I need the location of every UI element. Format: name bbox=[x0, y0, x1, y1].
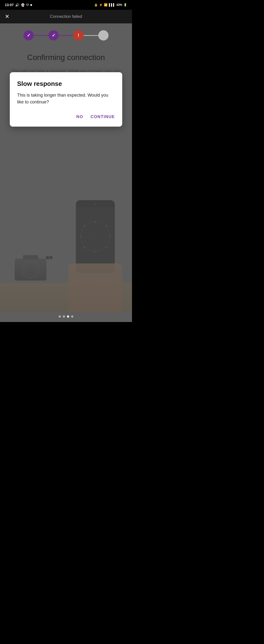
lock-icon: 🔒 bbox=[94, 3, 98, 6]
status-bar: 13:07 🔊 👻 🛡 🔒 ⚡ 📶 ▌▌▌ 43% 🔋 bbox=[0, 0, 132, 10]
header-title: Connection failed bbox=[50, 14, 82, 19]
shield-icon: 🛡 bbox=[26, 4, 29, 6]
dialog-message: This is taking longer than expected. Wou… bbox=[17, 92, 115, 106]
wifi-icon: 📶 bbox=[104, 3, 107, 6]
dot-icon bbox=[30, 4, 32, 6]
continue-button[interactable]: CONTINUE bbox=[90, 113, 115, 121]
slow-response-dialog: Slow response This is taking longer than… bbox=[10, 72, 122, 126]
status-right: 🔒 ⚡ 📶 ▌▌▌ 43% 🔋 bbox=[94, 3, 127, 6]
close-button[interactable]: ✕ bbox=[5, 14, 9, 20]
status-left: 13:07 🔊 👻 🛡 bbox=[5, 3, 32, 7]
signal-icon: ▌▌▌ bbox=[109, 3, 115, 6]
volume-icon: 🔊 bbox=[15, 3, 19, 7]
main-content: Dyson Link ✓ ✓ ! Confirming connection T… bbox=[0, 24, 132, 322]
time-display: 13:07 bbox=[5, 3, 14, 7]
snapchat-icon: 👻 bbox=[21, 3, 25, 7]
dialog-actions: NO CONTINUE bbox=[17, 113, 115, 121]
battery-icon: 🔋 bbox=[123, 3, 127, 6]
no-button[interactable]: NO bbox=[76, 113, 83, 121]
dialog-backdrop: Slow response This is taking longer than… bbox=[0, 24, 132, 322]
app-header: ✕ Connection failed bbox=[0, 10, 132, 24]
battery-percentage: 43% bbox=[116, 3, 122, 6]
bluetooth-icon: ⚡ bbox=[99, 3, 103, 6]
dialog-title: Slow response bbox=[17, 80, 115, 88]
